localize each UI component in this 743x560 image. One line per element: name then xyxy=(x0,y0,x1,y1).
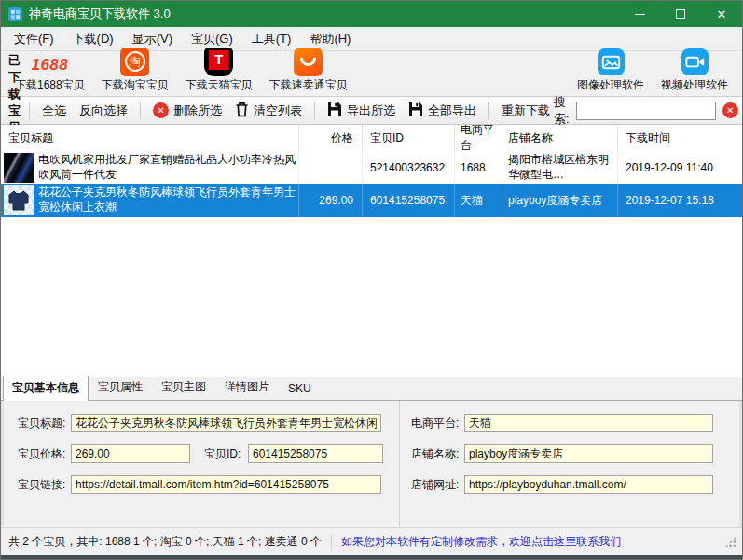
save-icon xyxy=(408,102,423,119)
product-shop: 揭阳市榕城区榕东明华微型电… xyxy=(502,151,618,184)
shop-url-field[interactable] xyxy=(464,475,713,494)
product-price xyxy=(299,151,363,184)
product-id: 521400323632 xyxy=(363,151,455,184)
select-all-button[interactable]: 全选 xyxy=(38,102,70,119)
column-header-title[interactable]: 宝贝标题 xyxy=(1,125,299,151)
statusbar: 共 2 个宝贝，其中: 1688 1 个; 淘宝 0 个; 天猫 1 个; 速卖… xyxy=(1,527,742,555)
delete-selected-button[interactable]: ✕ 删除所选 xyxy=(149,102,226,119)
platform-field-label: 电商平台: xyxy=(411,416,464,431)
close-button[interactable]: ✕ xyxy=(701,1,742,27)
titlebar: 神奇电商宝贝下载软件 3.0 ✕ xyxy=(1,1,742,27)
contact-us-link[interactable]: 如果您对本软件有定制修改需求，欢迎点击这里联系我们 xyxy=(341,534,621,550)
product-id: 601415258075 xyxy=(363,184,455,217)
platform-field[interactable] xyxy=(464,414,713,432)
image-software-icon xyxy=(597,48,626,75)
product-table: 宝贝标题 价格 宝贝ID 电商平台 店铺名称 下载时间 电吹风机家用批发厂家直销… xyxy=(1,125,742,377)
tab-attributes[interactable]: 宝贝属性 xyxy=(89,375,152,400)
price-field[interactable] xyxy=(71,444,190,463)
delete-icon: ✕ xyxy=(153,102,169,118)
download-tmall-button[interactable]: T 下载天猫宝贝 xyxy=(177,51,261,96)
product-thumbnail xyxy=(4,153,34,183)
tmall-icon: T xyxy=(204,48,233,76)
link-field[interactable] xyxy=(71,475,381,494)
invert-selection-button[interactable]: 反向选择 xyxy=(76,102,131,119)
1688-logo-icon: 1688 xyxy=(31,56,68,75)
tab-basic-info[interactable]: 宝贝基本信息 xyxy=(3,376,89,401)
download-1688-label: 下载1688宝贝 xyxy=(15,77,85,93)
export-selected-button[interactable]: 导出所选 xyxy=(323,102,399,119)
redownload-button[interactable]: 重新下载 xyxy=(498,102,554,119)
product-title: 电吹风机家用批发厂家直销赠品礼品大小功率冷热风吹风筒一件代发 xyxy=(38,153,298,182)
video-software-label: 视频处理软件 xyxy=(661,77,728,93)
column-header-id[interactable]: 宝贝ID xyxy=(363,125,455,151)
column-header-shop[interactable]: 店铺名称 xyxy=(502,125,618,151)
product-title: 花花公子夹克男秋冬防风棒球领飞行员外套青年男士宽松休闲上衣潮 xyxy=(38,185,298,214)
download-taobao-button[interactable]: 淘 下载淘宝宝贝 xyxy=(93,51,177,96)
download-aliexpress-label: 下载速卖通宝贝 xyxy=(269,77,348,93)
column-header-price[interactable]: 价格 xyxy=(299,125,363,151)
maximize-button[interactable] xyxy=(660,1,701,27)
search-group: 搜索: ✕ xyxy=(554,94,738,128)
download-aliexpress-button[interactable]: 下载速卖通宝贝 xyxy=(261,51,356,96)
app-window: 神奇电商宝贝下载软件 3.0 ✕ 文件(F) 下载(D) 显示(V) 宝贝(G)… xyxy=(0,0,743,560)
table-empty-area xyxy=(1,217,742,377)
image-software-button[interactable]: 图像处理软件 xyxy=(569,51,653,96)
id-field[interactable] xyxy=(248,444,383,463)
search-input[interactable] xyxy=(576,102,716,120)
divider xyxy=(488,102,489,119)
image-software-label: 图像处理软件 xyxy=(577,77,644,93)
menu-file[interactable]: 文件(F) xyxy=(5,27,63,51)
menu-download[interactable]: 下载(D) xyxy=(63,27,123,51)
taobao-icon: 淘 xyxy=(120,48,149,76)
main-toolbar: 1688 下载1688宝贝 淘 下载淘宝宝贝 T 下载天猫宝贝 下载速卖通宝贝 … xyxy=(1,51,742,97)
app-logo-icon xyxy=(8,7,22,21)
clear-search-icon[interactable]: ✕ xyxy=(722,102,738,118)
divider xyxy=(29,102,30,119)
product-platform: 1688 xyxy=(455,151,502,184)
clear-list-button[interactable]: 清空列表 xyxy=(231,102,306,120)
download-taobao-label: 下载淘宝宝贝 xyxy=(102,77,169,93)
resize-grip[interactable] xyxy=(724,536,736,548)
basic-info-panel: 宝贝标题: 宝贝价格: 宝贝ID: 宝贝链接: 电商平台: 店铺名称: xyxy=(1,401,742,527)
window-title: 神奇电商宝贝下载软件 3.0 xyxy=(29,6,171,22)
table-row-selected[interactable]: 花花公子夹克男秋冬防风棒球领飞行员外套青年男士宽松休闲上衣潮 269.00 60… xyxy=(1,184,742,217)
shop-url-field-label: 店铺网址: xyxy=(411,477,464,493)
window-bottom-edge xyxy=(1,555,742,559)
save-icon xyxy=(327,102,342,119)
id-field-label: 宝贝ID: xyxy=(204,446,248,462)
tab-main-images[interactable]: 宝贝主图 xyxy=(152,375,215,400)
column-header-platform[interactable]: 电商平台 xyxy=(455,125,502,151)
menubar: 文件(F) 下载(D) 显示(V) 宝贝(G) 工具(T) 帮助(H) xyxy=(1,27,742,51)
column-header-time[interactable]: 下载时间 xyxy=(618,125,742,151)
product-platform: 天猫 xyxy=(455,184,502,217)
search-label: 搜索: xyxy=(554,94,570,128)
status-summary: 共 2 个宝贝，其中: 1688 1 个; 淘宝 0 个; 天猫 1 个; 速卖… xyxy=(8,534,322,550)
form-right-column: 电商平台: 店铺名称: 店铺网址: xyxy=(400,401,739,527)
product-shop: playboy度涵专卖店 xyxy=(502,184,618,217)
export-all-button[interactable]: 全部导出 xyxy=(405,102,480,119)
divider xyxy=(140,102,141,119)
price-field-label: 宝贝价格: xyxy=(18,446,71,462)
detail-tabstrip: 宝贝基本信息 宝贝属性 宝贝主图 详情图片 SKU xyxy=(1,377,742,401)
product-download-time: 2019-12-07 15:18 xyxy=(618,184,742,217)
table-row[interactable]: 电吹风机家用批发厂家直销赠品礼品大小功率冷热风吹风筒一件代发 521400323… xyxy=(1,151,742,184)
video-software-icon xyxy=(681,48,709,75)
window-controls: ✕ xyxy=(619,1,742,27)
trash-icon xyxy=(235,102,249,120)
menu-tools[interactable]: 工具(T) xyxy=(242,27,301,51)
download-tmall-label: 下载天猫宝贝 xyxy=(186,77,253,93)
minimize-button[interactable] xyxy=(619,1,660,27)
tab-sku[interactable]: SKU xyxy=(279,377,321,400)
product-price: 269.00 xyxy=(299,184,363,217)
divider xyxy=(331,535,332,550)
shop-name-field[interactable] xyxy=(464,444,713,463)
maximize-icon xyxy=(676,9,685,19)
list-toolbar: 已下载宝贝列表 全选 反向选择 ✕ 删除所选 清空列表 导出所选 全部导出 重新… xyxy=(1,97,742,125)
title-field[interactable] xyxy=(71,414,381,432)
form-left-column: 宝贝标题: 宝贝价格: 宝贝ID: 宝贝链接: xyxy=(4,401,400,527)
link-field-label: 宝贝链接: xyxy=(18,477,71,493)
close-icon: ✕ xyxy=(717,7,727,21)
tab-detail-images[interactable]: 详情图片 xyxy=(215,375,279,400)
divider xyxy=(314,102,315,119)
video-software-button[interactable]: 视频处理软件 xyxy=(653,51,736,96)
